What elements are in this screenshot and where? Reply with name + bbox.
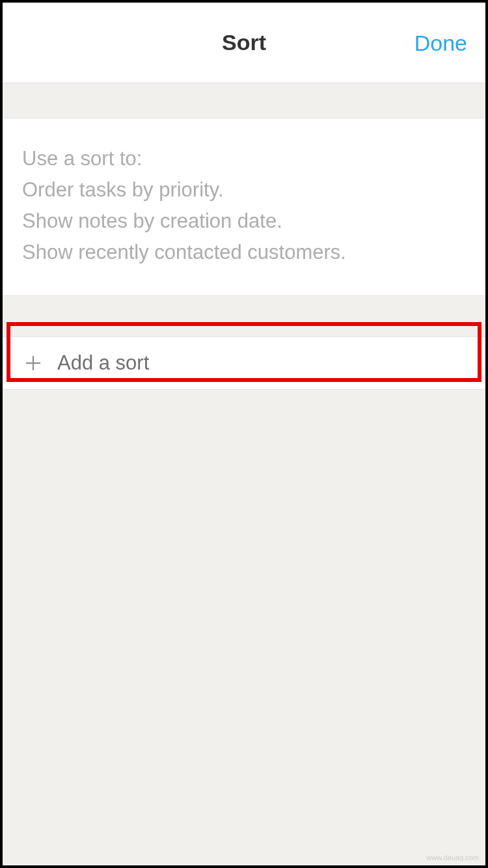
plus-icon xyxy=(23,353,43,373)
info-block: Use a sort to: Order tasks by priority. … xyxy=(3,118,485,296)
spacer xyxy=(3,296,485,336)
page-title: Sort xyxy=(222,30,266,55)
spacer xyxy=(3,83,485,118)
watermark: www.deuaq.com xyxy=(426,854,479,861)
info-text: Order tasks by priority. xyxy=(22,174,466,206)
info-text: Use a sort to: xyxy=(22,143,466,174)
header-bar: Sort Done xyxy=(3,3,485,83)
add-sort-button[interactable]: Add a sort xyxy=(3,336,485,390)
info-text: Show recently contacted customers. xyxy=(22,237,466,268)
info-text: Show notes by creation date. xyxy=(22,206,466,237)
add-sort-label: Add a sort xyxy=(57,351,149,375)
done-button[interactable]: Done xyxy=(414,30,467,55)
